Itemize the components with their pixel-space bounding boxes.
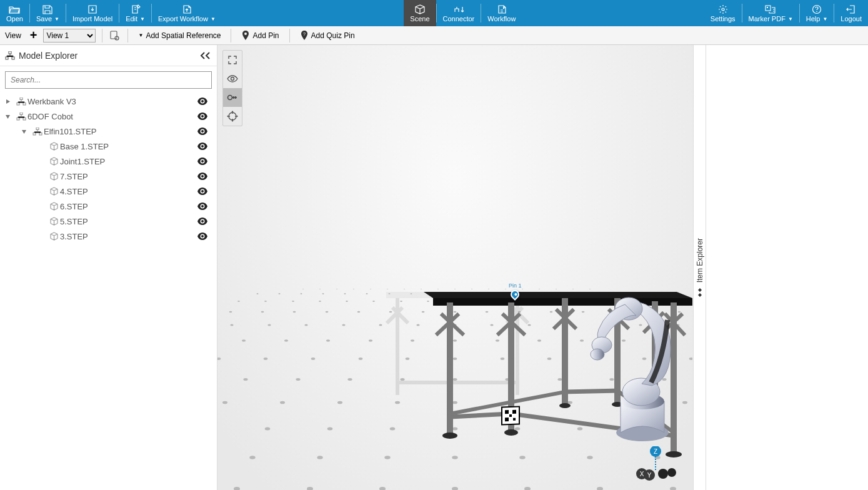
cube-icon [414,4,426,15]
help-icon [812,4,822,15]
open-button[interactable]: Open [0,0,29,26]
axis-gizmo[interactable]: Z X Y [631,446,681,484]
tree-row[interactable]: 7.STEP [0,169,217,184]
viewport-tools [222,50,242,126]
visibility-toggle[interactable] [197,128,211,135]
connector-tab[interactable]: Connector [437,0,481,26]
svg-rect-21 [33,132,36,135]
svg-point-27 [201,190,204,192]
export-workflow-button[interactable]: Export Workflow▼ [152,0,222,26]
visibility-toggle[interactable] [197,218,211,225]
help-label: Help [806,15,821,22]
visibility-toggle[interactable] [197,112,211,120]
folder-open-icon [9,4,20,15]
add-view-button[interactable]: + [26,28,41,42]
svg-rect-16 [20,112,22,115]
tree-item-label: Werkbank V3 [27,97,197,106]
tree-row[interactable]: Werkbank V3 [0,94,217,109]
save-button[interactable]: Save▼ [30,0,66,26]
spatial-marker[interactable] [501,406,520,425]
view-settings-icon[interactable] [109,29,121,42]
tree-row[interactable]: 3.STEP [0,229,217,244]
visibility-button[interactable] [223,69,242,88]
view-select[interactable]: View 1 [43,29,96,42]
pin-label: Pin 1 [509,282,522,289]
view-label: View [2,31,24,40]
search-input[interactable] [5,71,212,89]
connector-label: Connector [443,15,475,22]
tree-item-label: 7.STEP [60,172,197,181]
collapse-panel-button[interactable] [199,51,212,60]
marker-pdf-label: Marker PDF [749,15,786,22]
cobot-render [567,276,705,451]
tree-item-label: 3.STEP [60,232,197,241]
lock-button[interactable] [223,88,242,107]
visibility-toggle[interactable] [197,172,211,180]
import-icon [87,4,97,15]
tree-row[interactable]: Joint1.STEP [0,154,217,169]
svg-rect-9 [9,51,11,54]
add-quiz-pin-button[interactable]: ? Add Quiz Pin [296,31,359,41]
svg-point-1 [722,8,724,11]
visibility-toggle[interactable] [197,158,211,165]
quiz-pin-icon: ? [300,31,309,41]
cube-icon [47,187,60,196]
chevron-down-icon: ▼ [822,16,827,22]
pin-icon [241,31,250,41]
fit-view-button[interactable] [223,51,242,69]
svg-rect-235 [513,418,516,421]
tree-expander[interactable] [5,99,15,104]
hierarchy-icon [5,51,15,60]
add-spatial-label: Add Spatial Reference [146,31,221,40]
tree-row[interactable]: 4.STEP [0,184,217,199]
svg-point-5 [816,11,817,12]
tree-item-label: Joint1.STEP [60,157,197,166]
svg-point-219 [442,432,457,439]
help-button[interactable]: Help▼ [800,0,834,26]
panel-title: Model Explorer [19,51,77,61]
cube-icon [47,232,60,241]
tree-row[interactable]: 6DOF Cobot [0,109,217,124]
connector-icon [453,4,464,15]
svg-rect-14 [23,102,26,105]
pin-icon [509,288,521,301]
edit-button[interactable]: Edit▼ [119,0,151,26]
visibility-toggle[interactable] [197,232,211,240]
import-model-button[interactable]: Import Model [66,0,119,26]
visibility-toggle[interactable] [197,188,211,195]
svg-point-15 [201,100,204,102]
pdf-icon [765,4,776,15]
cube-icon [47,217,60,226]
3d-viewport[interactable]: Pin 1 Z X Y [217,45,693,490]
marker-pdf-button[interactable]: Marker PDF▼ [742,0,799,26]
add-spatial-reference-button[interactable]: ▼ Add Spatial Reference [134,31,224,40]
import-model-label: Import Model [72,15,112,22]
svg-rect-17 [17,118,19,120]
visibility-toggle[interactable] [197,202,211,210]
tree-row[interactable]: Elfin101.STEP [0,124,217,139]
logout-button[interactable]: Logout [834,0,868,26]
tree-item-label: 6DOF Cobot [27,112,197,121]
svg-rect-20 [36,128,39,130]
tree-row[interactable]: 6.STEP [0,199,217,214]
add-pin-button[interactable]: Add Pin [237,31,282,41]
workflow-tab[interactable]: Workflow [481,0,522,26]
visibility-toggle[interactable] [197,142,211,150]
scene-tab[interactable]: Scene [404,0,436,26]
pin-marker[interactable]: Pin 1 [509,282,522,299]
svg-rect-234 [509,414,512,417]
tree-row[interactable]: Base 1.STEP [0,139,217,154]
visibility-toggle[interactable] [197,98,211,105]
move-button[interactable] [223,107,242,126]
tree-expander[interactable] [5,114,15,119]
save-label: Save [36,15,52,22]
tree-row[interactable]: 5.STEP [0,214,217,229]
tree-expander[interactable] [21,129,31,134]
svg-rect-232 [512,410,516,414]
add-quiz-pin-label: Add Quiz Pin [311,31,355,40]
svg-point-236 [231,78,234,81]
svg-point-23 [201,130,204,132]
gear-icon [718,4,728,15]
settings-button[interactable]: Settings [704,0,742,26]
edit-icon [131,4,141,15]
